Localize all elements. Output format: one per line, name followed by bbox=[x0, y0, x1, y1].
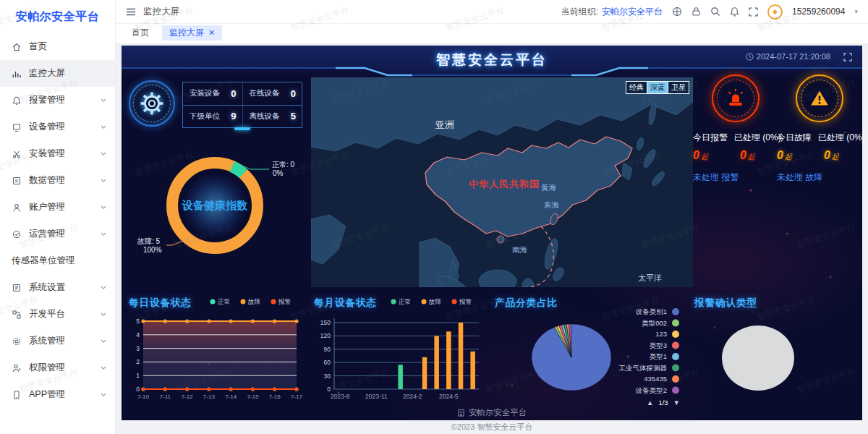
svg-text:故障: 故障 bbox=[428, 298, 442, 305]
alarm-processed-count: 0起 bbox=[740, 149, 755, 162]
unprocessed-fault-link[interactable]: 未处理 故障 bbox=[777, 171, 862, 184]
daily-chart-title: 每日设备状态 bbox=[129, 297, 192, 310]
alarm-icon bbox=[12, 95, 22, 106]
clock-icon bbox=[746, 53, 754, 61]
fullscreen-icon[interactable] bbox=[749, 7, 758, 17]
map-label-yellow-sea: 黄海 bbox=[541, 183, 557, 192]
today-fault-panel: 今日故障 已处理 (0%) 0起 0起 未处理 故障 bbox=[777, 75, 862, 184]
svg-text:7-16: 7-16 bbox=[269, 393, 281, 400]
device-health-panel: 设备健康指数正常: 00%故障: 5100% bbox=[127, 129, 301, 293]
svg-text:7-12: 7-12 bbox=[182, 393, 194, 400]
chevron-down-icon bbox=[101, 152, 106, 156]
user-phone[interactable]: 15259260094 bbox=[792, 7, 845, 17]
dashboard-fullscreen-icon[interactable] bbox=[843, 53, 852, 61]
svg-text:类型1: 类型1 bbox=[650, 352, 667, 360]
app-logo: 安帕尔安全平台 bbox=[0, 0, 115, 33]
stat-在线设备: 在线设备0 bbox=[242, 82, 302, 105]
map-style-button-2[interactable]: 卫星 bbox=[668, 82, 689, 93]
current-page-title: 监控大屏 bbox=[143, 6, 179, 18]
page-footer: ©2023 智慧安全云平台 bbox=[116, 421, 868, 434]
unprocessed-alarm-link[interactable]: 未处理 报警 bbox=[693, 171, 778, 184]
map-label-south-sea: 南海 bbox=[512, 245, 528, 254]
sidebar-item-device[interactable]: 设备管理 bbox=[0, 114, 115, 140]
sidebar-item-home[interactable]: 首页 bbox=[0, 33, 115, 60]
account-icon bbox=[12, 202, 22, 213]
dashboard: 智慧安全云平台 2024-07-17 21:20:08 bbox=[122, 46, 862, 420]
sidebar-item-label: 报警管理 bbox=[29, 94, 98, 106]
sidebar-item-dev[interactable]: 开发平台 bbox=[0, 301, 115, 328]
today-alarm-panel: 今日报警 已处理 (0%) 0起 0起 未处理 报警 bbox=[693, 75, 778, 184]
chevron-down-icon bbox=[101, 312, 106, 317]
globe-icon[interactable] bbox=[672, 7, 682, 17]
sidebar-item-label: 运营管理 bbox=[29, 228, 98, 240]
page-up-icon[interactable]: ▲ bbox=[647, 399, 653, 407]
page-down-icon[interactable]: ▼ bbox=[673, 399, 680, 407]
map-style-button-0[interactable]: 经典 bbox=[626, 82, 647, 93]
lock-icon[interactable] bbox=[692, 7, 701, 17]
bell-icon[interactable] bbox=[730, 7, 739, 17]
svg-text:30: 30 bbox=[324, 373, 331, 380]
svg-text:报警: 报警 bbox=[459, 298, 472, 305]
chevron-down-icon bbox=[101, 339, 106, 344]
daily-status-panel: 每日设备状态 0123457-107-117-127-137-147-157-1… bbox=[124, 294, 307, 409]
sidebar: 安帕尔安全平台 首页监控大屏报警管理设备管理安装管理数据管理账户管理运营管理传感… bbox=[0, 0, 116, 434]
sidebar-item-data[interactable]: 数据管理 bbox=[0, 167, 115, 194]
svg-text:正常: 正常 bbox=[399, 298, 411, 305]
avatar[interactable]: ◆ bbox=[767, 4, 783, 20]
org-name-link[interactable]: 安帕尔安全平台 bbox=[602, 6, 663, 18]
sidebar-item-label: APP管理 bbox=[29, 388, 98, 401]
alarm-type-chart-title: 报警确认类型 bbox=[694, 297, 757, 310]
monthly-status-panel: 每月设备状态 03060901201502023-82023-112024-22… bbox=[310, 294, 488, 409]
sidebar-item-monitor[interactable]: 监控大屏 bbox=[0, 60, 115, 87]
svg-text:2: 2 bbox=[136, 358, 140, 365]
map-style-button-1[interactable]: 深蓝 bbox=[647, 82, 668, 93]
pie-legend-pagination: ▲ 1/3 ▼ bbox=[647, 399, 680, 407]
dev-icon bbox=[12, 309, 22, 320]
sidebar-item-label: 系统设置 bbox=[29, 281, 98, 294]
sidebar-item-alarm[interactable]: 报警管理 bbox=[0, 87, 115, 114]
sidebar-item-install[interactable]: 安装管理 bbox=[0, 140, 115, 167]
alarm-processed-label: 已处理 (0%) bbox=[734, 132, 781, 144]
sidebar-item-account[interactable]: 账户管理 bbox=[0, 194, 115, 221]
svg-text:4: 4 bbox=[136, 331, 140, 339]
sidebar-item-label: 开发平台 bbox=[29, 308, 98, 320]
tab-bar: 首页监控大屏✕ bbox=[116, 23, 868, 43]
sidebar-item-settings[interactable]: 系统设置 bbox=[0, 274, 115, 301]
monthly-status-chart: 03060901201502023-82023-112024-22024-5正常… bbox=[310, 294, 488, 409]
tab-1[interactable]: 监控大屏✕ bbox=[162, 25, 222, 41]
svg-text:2024-2: 2024-2 bbox=[403, 393, 422, 400]
sidebar-item-label: 首页 bbox=[29, 41, 106, 53]
sidebar-item-label: 账户管理 bbox=[29, 201, 98, 213]
search-icon[interactable] bbox=[710, 7, 720, 17]
settings-icon bbox=[12, 282, 22, 293]
svg-text:0: 0 bbox=[136, 386, 140, 393]
tab-0[interactable]: 首页 bbox=[124, 25, 156, 41]
sidebar-item-label: 设备管理 bbox=[29, 121, 98, 133]
svg-text:90: 90 bbox=[324, 346, 331, 353]
chevron-down-icon[interactable]: ▾ bbox=[854, 8, 858, 15]
dashboard-org-footer: 安帕尔安全平台 bbox=[122, 407, 862, 418]
app-icon bbox=[12, 389, 22, 400]
home-icon bbox=[12, 41, 22, 52]
sidebar-item-permission[interactable]: 权限管理 bbox=[0, 354, 115, 381]
svg-text:3: 3 bbox=[136, 345, 140, 352]
map-panel[interactable]: 亚洲 中华人民共和国 黄海 东海 南海 太平洋 经典深蓝卫星 bbox=[311, 77, 693, 287]
device-health-donut-chart: 设备健康指数正常: 00%故障: 5100% bbox=[127, 129, 301, 293]
operation-icon bbox=[12, 229, 22, 239]
svg-text:报警: 报警 bbox=[278, 298, 292, 305]
svg-text:1: 1 bbox=[136, 372, 140, 379]
svg-text:7-15: 7-15 bbox=[247, 393, 259, 400]
svg-text:100%: 100% bbox=[143, 246, 162, 254]
menu-toggle-icon[interactable] bbox=[126, 8, 136, 16]
tab-close-icon[interactable]: ✕ bbox=[208, 29, 215, 37]
alarm-count: 0起 bbox=[693, 149, 708, 162]
stats-box: 安装设备0在线设备0下级单位9离线设备5 bbox=[182, 82, 302, 128]
sidebar-item-operation[interactable]: 运营管理 bbox=[0, 221, 115, 247]
svg-text:设备类型2: 设备类型2 bbox=[635, 386, 667, 394]
product-share-pie-chart: 设备类别1类型002123类型3类型1工业气体探测器435435设备类型2 bbox=[490, 294, 687, 402]
warning-triangle-icon bbox=[809, 88, 830, 109]
sidebar-item-system[interactable]: 系统管理 bbox=[0, 328, 115, 354]
chevron-down-icon bbox=[101, 205, 106, 210]
sidebar-item-app[interactable]: APP管理 bbox=[0, 381, 115, 408]
svg-text:正常: 正常 bbox=[218, 298, 230, 305]
